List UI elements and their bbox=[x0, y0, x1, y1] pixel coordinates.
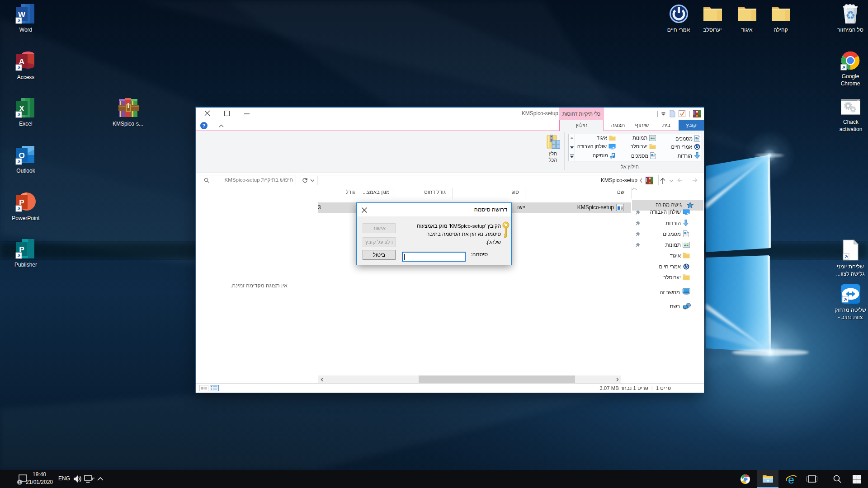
svg-text:1: 1 bbox=[19, 480, 21, 485]
svg-text:?: ? bbox=[203, 123, 206, 128]
svg-text:♻: ♻ bbox=[845, 9, 855, 21]
